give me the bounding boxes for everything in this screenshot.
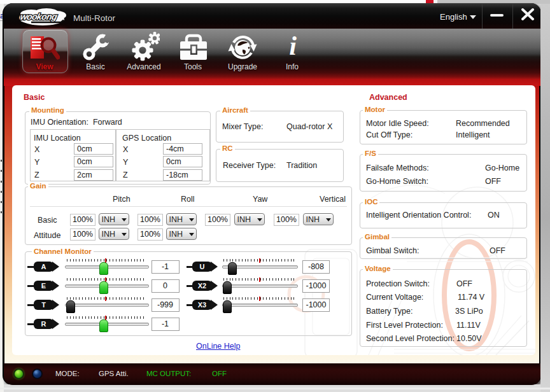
svg-text:wookong: wookong [19,11,58,22]
